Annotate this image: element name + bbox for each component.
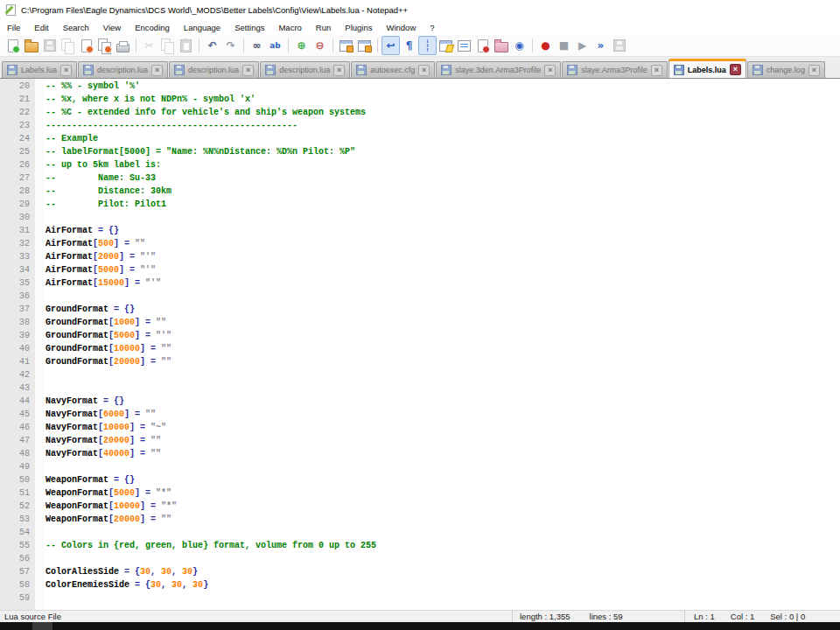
word-wrap-button[interactable]: ↩: [382, 36, 400, 55]
code-line[interactable]: 24-- Example: [0, 132, 840, 145]
close-tab-icon[interactable]: ×: [651, 65, 662, 76]
code-line[interactable]: 43: [0, 382, 840, 395]
tab-change-log[interactable]: change.log×: [747, 61, 825, 78]
code-line[interactable]: 48NavyFormat[40000] = "": [0, 447, 840, 460]
code-line[interactable]: 29-- Pilot: Pilot1: [0, 198, 840, 211]
folder-as-workspace-button[interactable]: [492, 36, 510, 55]
code-line[interactable]: 57ColorAliesSide = {30, 30, 30}: [0, 565, 840, 578]
macro-save-button[interactable]: [610, 36, 628, 55]
menu-settings[interactable]: Settings: [228, 21, 271, 34]
menu-file[interactable]: File: [0, 21, 27, 34]
indent-guide-button[interactable]: ┆: [418, 36, 437, 55]
tab-labels-lua[interactable]: Labels.lua×: [2, 61, 77, 78]
close-tab-icon[interactable]: ×: [60, 65, 72, 76]
menu-macro[interactable]: Macro: [271, 21, 308, 34]
tab-description-lua[interactable]: description.lua×: [169, 61, 259, 78]
code-line[interactable]: 38GroundFormat[1000] = "": [0, 316, 840, 329]
code-line[interactable]: 56: [0, 552, 840, 565]
tab-description-lua[interactable]: description.lua×: [260, 61, 350, 78]
tab-slaye-arma3profile[interactable]: slaye.Arma3Profile×: [562, 61, 668, 78]
code-line[interactable]: 54: [0, 526, 840, 539]
code-line[interactable]: 53WeaponFormat[20000] = "": [0, 513, 840, 526]
close-tab-icon[interactable]: ×: [730, 64, 741, 75]
menu-plugins[interactable]: Plugins: [338, 21, 379, 34]
show-all-characters-button[interactable]: ¶: [400, 36, 418, 55]
zoom-out-button[interactable]: ⊖: [311, 36, 329, 55]
cut-button[interactable]: ✂: [140, 36, 158, 55]
code-line[interactable]: 58ColorEnemiesSide = {30, 30, 30}: [0, 578, 840, 592]
code-line[interactable]: 23--------------------------------------…: [0, 119, 840, 132]
code-line[interactable]: 31AirFormat = {}: [0, 224, 840, 237]
menu-search[interactable]: Search: [56, 21, 96, 34]
code-line[interactable]: 36: [0, 290, 840, 303]
menu-language[interactable]: Language: [177, 21, 228, 34]
menu-view[interactable]: View: [96, 21, 128, 34]
code-line[interactable]: 52WeaponFormat[10000] = "*": [0, 500, 840, 513]
code-line[interactable]: 40GroundFormat[10000] = "": [0, 342, 840, 355]
close-tab-icon[interactable]: ×: [151, 65, 163, 76]
code-line[interactable]: 33AirFormat[2000] = "'": [0, 250, 840, 263]
sync-vertical-scrolling-button[interactable]: [337, 36, 355, 55]
copy-button[interactable]: [158, 36, 177, 55]
macro-stop-button[interactable]: ■: [555, 36, 573, 55]
zoom-in-button[interactable]: ⊕: [292, 36, 311, 55]
code-line[interactable]: 30: [0, 211, 840, 224]
macro-run-multiple-button[interactable]: »: [592, 36, 610, 55]
code-line[interactable]: 47NavyFormat[20000] = "": [0, 434, 840, 447]
close-file-button[interactable]: [77, 36, 95, 55]
redo-button[interactable]: ↷: [221, 36, 240, 55]
code-line[interactable]: 39GroundFormat[5000] = "'": [0, 329, 840, 342]
tab-description-lua[interactable]: description.lua×: [78, 61, 168, 78]
menu-encoding[interactable]: Encoding: [128, 21, 177, 34]
new-file-button[interactable]: [4, 36, 22, 55]
replace-button[interactable]: ab: [266, 36, 284, 55]
code-line[interactable]: 46NavyFormat[10000] = "~": [0, 421, 840, 434]
file-browser-button[interactable]: [473, 36, 492, 55]
close-tab-icon[interactable]: ×: [544, 65, 556, 76]
macro-play-button[interactable]: ▶: [573, 36, 592, 55]
document-monitor-button[interactable]: ◉: [510, 36, 528, 55]
code-line[interactable]: 41GroundFormat[20000] = "": [0, 355, 840, 368]
save-file-button[interactable]: [40, 36, 59, 55]
paste-button[interactable]: [177, 36, 195, 55]
code-line[interactable]: 49: [0, 460, 840, 473]
code-line[interactable]: 51WeaponFormat[5000] = "*": [0, 486, 840, 500]
code-line[interactable]: 35AirFormat[15000] = "'": [0, 276, 840, 290]
save-all-button[interactable]: [59, 36, 77, 55]
code-editor[interactable]: 20-- %% - symbol '%'21-- %x, where x is …: [0, 79, 840, 610]
code-line[interactable]: 55-- Colors in {red, green, blue} format…: [0, 539, 840, 552]
code-line[interactable]: 28-- Distance: 30km: [0, 185, 840, 198]
macro-record-button[interactable]: ●: [536, 36, 555, 55]
code-line[interactable]: 59: [0, 592, 840, 605]
code-line[interactable]: 25-- labelFormat[5000] = "Name: %N%nDist…: [0, 145, 840, 158]
code-line[interactable]: 44NavyFormat = {}: [0, 395, 840, 408]
find-button[interactable]: ∞: [248, 36, 266, 55]
tab-labels-lua[interactable]: Labels.lua×: [668, 59, 746, 78]
sync-horizontal-scrolling-button[interactable]: [355, 36, 374, 55]
code-line[interactable]: 45NavyFormat[6000] = "": [0, 408, 840, 421]
close-all-button[interactable]: [95, 36, 114, 55]
code-line[interactable]: 21-- %x, where x is not NDPn% - symbol '…: [0, 93, 840, 106]
menu-run[interactable]: Run: [309, 21, 338, 34]
code-line[interactable]: 42: [0, 368, 840, 382]
menu-edit[interactable]: Edit: [27, 21, 55, 34]
close-tab-icon[interactable]: ×: [418, 65, 430, 76]
close-tab-icon[interactable]: ×: [808, 65, 820, 76]
menu-window[interactable]: Window: [379, 21, 423, 34]
close-tab-icon[interactable]: ×: [333, 65, 345, 76]
tab-autoexec-cfg[interactable]: autoexec.cfg×: [351, 61, 435, 78]
code-line[interactable]: 26-- up to 5km label is:: [0, 158, 840, 172]
code-line[interactable]: 20-- %% - symbol '%': [0, 80, 840, 93]
print-button[interactable]: [114, 36, 132, 55]
close-tab-icon[interactable]: ×: [242, 65, 254, 76]
code-line[interactable]: 32AirFormat[500] = "": [0, 237, 840, 250]
undo-button[interactable]: ↶: [203, 36, 221, 55]
code-line[interactable]: 27-- Name: Su-33: [0, 172, 840, 185]
code-line[interactable]: 37GroundFormat = {}: [0, 303, 840, 316]
open-file-button[interactable]: [22, 36, 40, 55]
code-line[interactable]: 50WeaponFormat = {}: [0, 473, 840, 486]
code-line[interactable]: 22-- %C - extended info for vehicle's an…: [0, 106, 840, 119]
document-map-button[interactable]: [437, 36, 455, 55]
code-line[interactable]: 34AirFormat[5000] = "'": [0, 263, 840, 276]
tab-slaye-3den-arma3profile[interactable]: slaye.3den.Arma3Profile×: [436, 61, 561, 78]
